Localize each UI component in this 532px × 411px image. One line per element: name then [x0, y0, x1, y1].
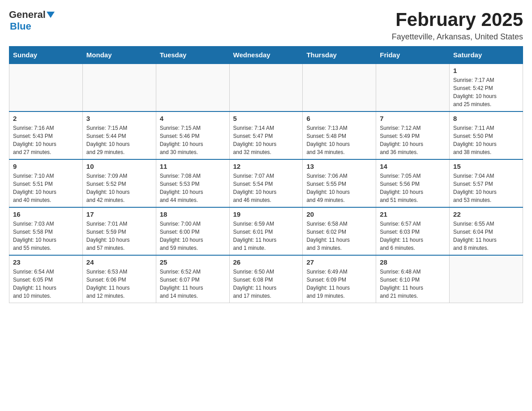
calendar-cell: 14Sunrise: 7:05 AM Sunset: 5:56 PM Dayli…: [376, 159, 450, 207]
day-info: Sunrise: 6:54 AM Sunset: 6:05 PM Dayligh…: [13, 268, 79, 300]
calendar-cell: 19Sunrise: 6:59 AM Sunset: 6:01 PM Dayli…: [229, 207, 303, 255]
calendar-cell: 9Sunrise: 7:10 AM Sunset: 5:51 PM Daylig…: [9, 159, 83, 207]
day-number: 6: [306, 115, 372, 122]
calendar-cell: 10Sunrise: 7:09 AM Sunset: 5:52 PM Dayli…: [82, 159, 156, 207]
day-number: 23: [13, 258, 79, 266]
day-number: 8: [453, 115, 519, 122]
day-number: 12: [233, 163, 299, 170]
week-row-1: 1Sunrise: 7:17 AM Sunset: 5:42 PM Daylig…: [9, 64, 523, 111]
calendar-cell: 25Sunrise: 6:52 AM Sunset: 6:07 PM Dayli…: [156, 255, 229, 303]
calendar-table: SundayMondayTuesdayWednesdayThursdayFrid…: [9, 46, 523, 303]
day-info: Sunrise: 6:53 AM Sunset: 6:06 PM Dayligh…: [86, 268, 152, 300]
calendar-cell: 24Sunrise: 6:53 AM Sunset: 6:06 PM Dayli…: [82, 255, 156, 303]
calendar-cell: 27Sunrise: 6:49 AM Sunset: 6:09 PM Dayli…: [303, 255, 376, 303]
calendar-cell: 17Sunrise: 7:01 AM Sunset: 5:59 PM Dayli…: [82, 207, 156, 255]
day-info: Sunrise: 6:52 AM Sunset: 6:07 PM Dayligh…: [160, 268, 226, 300]
day-info: Sunrise: 6:50 AM Sunset: 6:08 PM Dayligh…: [233, 268, 299, 300]
day-info: Sunrise: 7:06 AM Sunset: 5:55 PM Dayligh…: [306, 172, 372, 204]
calendar-cell: 4Sunrise: 7:15 AM Sunset: 5:46 PM Daylig…: [156, 111, 229, 159]
day-info: Sunrise: 7:04 AM Sunset: 5:57 PM Dayligh…: [453, 172, 519, 204]
calendar-cell: 26Sunrise: 6:50 AM Sunset: 6:08 PM Dayli…: [229, 255, 303, 303]
day-info: Sunrise: 6:58 AM Sunset: 6:02 PM Dayligh…: [306, 220, 372, 252]
day-info: Sunrise: 7:05 AM Sunset: 5:56 PM Dayligh…: [380, 172, 446, 204]
page-subtitle: Fayetteville, Arkansas, United States: [392, 32, 523, 42]
day-info: Sunrise: 7:12 AM Sunset: 5:49 PM Dayligh…: [380, 124, 446, 156]
calendar-cell: 23Sunrise: 6:54 AM Sunset: 6:05 PM Dayli…: [9, 255, 83, 303]
page-title: February 2025: [392, 9, 523, 30]
day-info: Sunrise: 6:49 AM Sunset: 6:09 PM Dayligh…: [306, 268, 372, 300]
weekday-header-monday: Monday: [82, 47, 156, 64]
calendar-cell: 20Sunrise: 6:58 AM Sunset: 6:02 PM Dayli…: [303, 207, 376, 255]
day-number: 2: [13, 115, 79, 122]
week-row-5: 23Sunrise: 6:54 AM Sunset: 6:05 PM Dayli…: [9, 255, 523, 303]
day-info: Sunrise: 6:55 AM Sunset: 6:04 PM Dayligh…: [453, 220, 519, 252]
day-number: 27: [306, 258, 372, 266]
calendar-cell: [229, 64, 303, 111]
calendar-cell: 6Sunrise: 7:13 AM Sunset: 5:48 PM Daylig…: [303, 111, 376, 159]
day-number: 19: [233, 210, 299, 218]
calendar-cell: [82, 64, 156, 111]
day-number: 28: [380, 258, 446, 266]
day-info: Sunrise: 7:10 AM Sunset: 5:51 PM Dayligh…: [13, 172, 79, 204]
day-info: Sunrise: 7:00 AM Sunset: 6:00 PM Dayligh…: [160, 220, 226, 252]
day-info: Sunrise: 7:07 AM Sunset: 5:54 PM Dayligh…: [233, 172, 299, 204]
day-number: 24: [86, 258, 152, 266]
title-section: February 2025 Fayetteville, Arkansas, Un…: [392, 9, 523, 42]
day-number: 14: [380, 163, 446, 170]
calendar-header-row: SundayMondayTuesdayWednesdayThursdayFrid…: [9, 47, 523, 64]
calendar-cell: 11Sunrise: 7:08 AM Sunset: 5:53 PM Dayli…: [156, 159, 229, 207]
calendar-cell: [376, 64, 450, 111]
day-info: Sunrise: 7:03 AM Sunset: 5:58 PM Dayligh…: [13, 220, 79, 252]
calendar-cell: 7Sunrise: 7:12 AM Sunset: 5:49 PM Daylig…: [376, 111, 450, 159]
day-number: 21: [380, 210, 446, 218]
day-number: 11: [160, 163, 226, 170]
weekday-header-thursday: Thursday: [303, 47, 376, 64]
calendar-cell: 2Sunrise: 7:16 AM Sunset: 5:43 PM Daylig…: [9, 111, 83, 159]
day-number: 5: [233, 115, 299, 122]
day-info: Sunrise: 7:16 AM Sunset: 5:43 PM Dayligh…: [13, 124, 79, 156]
day-number: 26: [233, 258, 299, 266]
calendar-cell: 28Sunrise: 6:48 AM Sunset: 6:10 PM Dayli…: [376, 255, 450, 303]
page-header: General Blue February 2025 Fayetteville,…: [9, 9, 523, 42]
calendar-cell: [450, 255, 523, 303]
day-info: Sunrise: 7:17 AM Sunset: 5:42 PM Dayligh…: [453, 76, 519, 108]
day-number: 18: [160, 210, 226, 218]
calendar-cell: 8Sunrise: 7:11 AM Sunset: 5:50 PM Daylig…: [450, 111, 523, 159]
calendar-cell: [9, 64, 83, 111]
calendar-cell: 16Sunrise: 7:03 AM Sunset: 5:58 PM Dayli…: [9, 207, 83, 255]
weekday-header-friday: Friday: [376, 47, 450, 64]
day-info: Sunrise: 7:08 AM Sunset: 5:53 PM Dayligh…: [160, 172, 226, 204]
weekday-header-wednesday: Wednesday: [229, 47, 303, 64]
day-number: 20: [306, 210, 372, 218]
day-number: 17: [86, 210, 152, 218]
weekday-header-saturday: Saturday: [450, 47, 523, 64]
calendar-cell: [303, 64, 376, 111]
logo: General Blue: [9, 9, 55, 32]
day-number: 4: [160, 115, 226, 122]
day-number: 1: [453, 67, 519, 74]
day-number: 25: [160, 258, 226, 266]
day-info: Sunrise: 6:48 AM Sunset: 6:10 PM Dayligh…: [380, 268, 446, 300]
day-info: Sunrise: 7:11 AM Sunset: 5:50 PM Dayligh…: [453, 124, 519, 156]
day-info: Sunrise: 7:13 AM Sunset: 5:48 PM Dayligh…: [306, 124, 372, 156]
calendar-cell: 15Sunrise: 7:04 AM Sunset: 5:57 PM Dayli…: [450, 159, 523, 207]
weekday-header-sunday: Sunday: [9, 47, 83, 64]
week-row-3: 9Sunrise: 7:10 AM Sunset: 5:51 PM Daylig…: [9, 159, 523, 207]
logo-general-text: General: [9, 9, 46, 21]
day-number: 9: [13, 163, 79, 170]
calendar-cell: 5Sunrise: 7:14 AM Sunset: 5:47 PM Daylig…: [229, 111, 303, 159]
calendar-cell: 3Sunrise: 7:15 AM Sunset: 5:44 PM Daylig…: [82, 111, 156, 159]
day-info: Sunrise: 7:15 AM Sunset: 5:44 PM Dayligh…: [86, 124, 152, 156]
day-info: Sunrise: 6:59 AM Sunset: 6:01 PM Dayligh…: [233, 220, 299, 252]
calendar-cell: 18Sunrise: 7:00 AM Sunset: 6:00 PM Dayli…: [156, 207, 229, 255]
day-number: 16: [13, 210, 79, 218]
week-row-2: 2Sunrise: 7:16 AM Sunset: 5:43 PM Daylig…: [9, 111, 523, 159]
day-info: Sunrise: 6:57 AM Sunset: 6:03 PM Dayligh…: [380, 220, 446, 252]
day-number: 13: [306, 163, 372, 170]
day-number: 7: [380, 115, 446, 122]
day-number: 3: [86, 115, 152, 122]
day-info: Sunrise: 7:14 AM Sunset: 5:47 PM Dayligh…: [233, 124, 299, 156]
day-info: Sunrise: 7:09 AM Sunset: 5:52 PM Dayligh…: [86, 172, 152, 204]
calendar-cell: [156, 64, 229, 111]
calendar-cell: 1Sunrise: 7:17 AM Sunset: 5:42 PM Daylig…: [450, 64, 523, 111]
